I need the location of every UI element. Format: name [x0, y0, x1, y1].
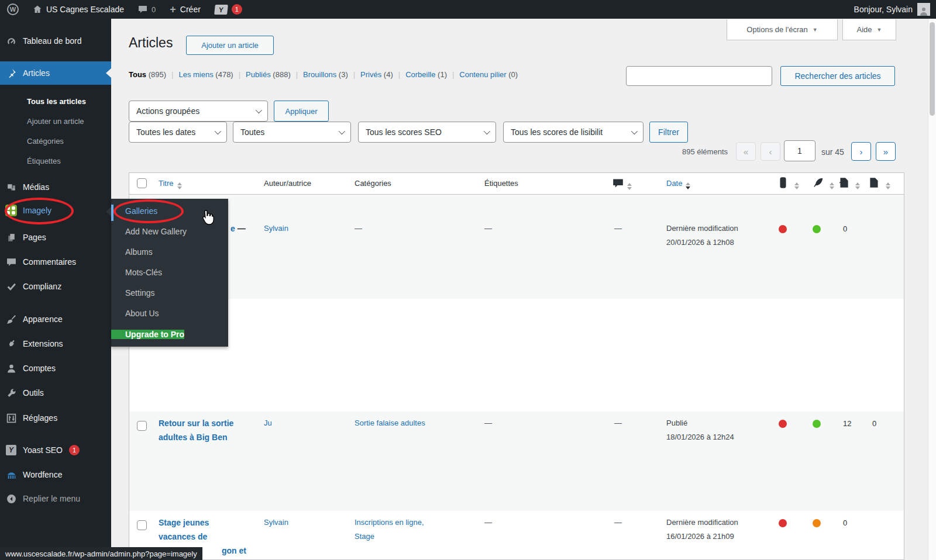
submenu-item-add-post[interactable]: Ajouter un article — [0, 112, 111, 132]
checkmark-icon — [6, 281, 16, 292]
add-post-button[interactable]: Ajouter un article — [186, 36, 274, 55]
row-checkbox[interactable] — [137, 520, 147, 530]
sidebar-item-collapse-menu[interactable]: Replier le menu — [0, 489, 111, 509]
total-pages-label: sur 45 — [821, 147, 844, 157]
submenu-item-tags[interactable]: Étiquettes — [0, 151, 111, 171]
categories-filter-select[interactable]: Toutes — [233, 122, 351, 143]
sidebar-item-imagely[interactable]: Imagely — [0, 201, 111, 220]
screen-options-tab[interactable]: Options de l'écran ▼ — [727, 19, 838, 40]
flyout-item-settings[interactable]: Settings — [111, 283, 228, 303]
readability-scores-filter-select[interactable]: Tous les scores de lisibilit — [503, 122, 644, 143]
flyout-item-upgrade-to-pro[interactable]: Upgrade to Pro — [111, 330, 184, 339]
column-header-incoming-internal-links[interactable] — [869, 177, 890, 190]
submenu-item-all-posts[interactable]: Tous les articles — [0, 92, 111, 112]
sidebar-item-dashboard[interactable]: Tableau de bord — [0, 31, 111, 51]
filter-cornerstone[interactable]: Contenu pilier (0) — [459, 70, 518, 79]
column-header-seo-score[interactable] — [777, 177, 799, 190]
dates-filter-select[interactable]: Toutes les dates — [129, 122, 227, 143]
post-title-link[interactable]: Stage jeunesvacances de — [159, 516, 246, 544]
post-title-link[interactable]: Retour sur la sortie adultes à Big Ben — [159, 416, 240, 444]
post-row: e — Sylvain — — — Dernière modification2… — [129, 195, 904, 299]
chevron-down-icon — [256, 107, 262, 113]
help-tab[interactable]: Aide ▼ — [842, 19, 896, 40]
post-categories[interactable]: Sortie falaise adultes — [355, 416, 425, 430]
post-author-link[interactable]: Ju — [264, 416, 272, 430]
post-author-link[interactable]: Sylvain — [264, 516, 288, 530]
dates-filter-value: Toutes les dates — [136, 127, 195, 137]
column-header-outgoing-internal-links[interactable] — [838, 177, 860, 190]
new-content-menu[interactable]: + Créer — [163, 0, 208, 19]
filter-published[interactable]: Publiés (888) — [246, 70, 303, 79]
post-row: Stage jeunesvacances de gon et Sylvain I… — [129, 511, 904, 560]
chevron-down-icon: ▼ — [813, 27, 818, 33]
flyout-current-bar — [111, 205, 113, 221]
sidebar-item-label: Tableau de bord — [23, 36, 81, 46]
seo-scores-filter-select[interactable]: Tous les scores SEO — [358, 122, 496, 143]
flyout-item-add-new-gallery[interactable]: Add New Gallery — [111, 222, 228, 242]
filter-button[interactable]: Filtrer — [649, 122, 688, 143]
outgoing-links-count: 12 — [843, 419, 851, 428]
filter-all[interactable]: Tous (895) — [129, 70, 178, 79]
flyout-item-albums[interactable]: Albums — [111, 242, 228, 262]
column-header-author: Auteur/autrice — [264, 179, 311, 188]
row-checkbox[interactable] — [137, 421, 147, 431]
search-posts-button[interactable]: Rechercher des articles — [780, 66, 895, 86]
post-title-link-fragment[interactable]: gon et — [222, 544, 246, 558]
sidebar-item-media[interactable]: Médias — [0, 177, 111, 197]
chevron-down-icon: ▼ — [877, 27, 882, 33]
flyout-notch — [106, 207, 111, 216]
last-page-button[interactable]: » — [876, 142, 896, 161]
apply-button[interactable]: Appliquer — [274, 101, 329, 122]
column-header-readability-score[interactable] — [813, 177, 834, 190]
flyout-item-mots-cles[interactable]: Mots-Clés — [111, 262, 228, 283]
account-menu[interactable]: Bonjour, Sylvain — [854, 3, 936, 16]
sidebar-item-wordfence[interactable]: Wordfence — [0, 465, 111, 485]
site-menu[interactable]: US Cagnes Escalade — [26, 0, 131, 19]
column-header-date[interactable]: Date — [666, 179, 690, 189]
sidebar-item-label: Yoast SEO — [23, 445, 63, 455]
paintbrush-icon — [6, 314, 16, 324]
current-page-input[interactable] — [784, 140, 815, 161]
sidebar-item-comments[interactable]: Commentaires — [0, 252, 111, 272]
flyout-item-galleries[interactable]: Galleries — [111, 201, 228, 222]
sidebar-item-plugins[interactable]: Extensions — [0, 334, 111, 354]
post-title-link[interactable]: e — — [230, 222, 246, 236]
comment-bubble-icon — [6, 257, 16, 267]
sidebar-item-label: Apparence — [23, 314, 63, 324]
sidebar-item-articles[interactable]: Articles — [0, 61, 111, 85]
search-input[interactable] — [626, 66, 772, 86]
page-scrollbar[interactable] — [928, 19, 936, 560]
sidebar-item-appearance[interactable]: Apparence — [0, 309, 111, 329]
post-categories[interactable]: Inscriptions en ligne,Stage — [355, 516, 424, 544]
sidebar-item-complianz[interactable]: Complianz — [0, 276, 111, 296]
sidebar-item-tools[interactable]: Outils — [0, 383, 111, 403]
sidebar-item-settings[interactable]: Réglages — [0, 408, 111, 428]
filter-trash[interactable]: Corbeille (1) — [405, 70, 459, 79]
comments-menu[interactable]: 0 — [131, 0, 163, 19]
flyout-item-about-us[interactable]: About Us — [111, 303, 228, 324]
wordpress-logo-icon: W — [7, 4, 19, 15]
scrollbar-thumb[interactable] — [930, 22, 935, 116]
sidebar-item-label: Pages — [23, 233, 46, 242]
post-row: e de Sylvain — — — Dernière modification… — [129, 299, 904, 412]
home-icon — [33, 5, 42, 14]
column-header-comments[interactable] — [612, 178, 632, 191]
avatar — [917, 3, 930, 16]
page-title: Articles — [129, 35, 173, 51]
sidebar-item-yoast-seo[interactable]: Y Yoast SEO 1 — [0, 440, 111, 460]
sidebar-item-pages[interactable]: Pages — [0, 227, 111, 247]
sidebar-item-label: Médias — [23, 182, 49, 192]
next-page-button[interactable]: › — [851, 142, 871, 161]
filter-mine[interactable]: Les miens (478) — [178, 70, 246, 79]
filter-drafts[interactable]: Brouillons (3) — [303, 70, 360, 79]
yoast-admin-menu[interactable]: Y 1 — [208, 0, 249, 19]
column-header-title[interactable]: Titre — [159, 179, 182, 189]
submenu-item-categories[interactable]: Catégories — [0, 132, 111, 151]
sidebar-item-users[interactable]: Comptes — [0, 358, 111, 378]
wp-logo-menu[interactable]: W — [0, 0, 26, 19]
post-author-link[interactable]: Sylvain — [264, 222, 288, 236]
bulk-actions-select[interactable]: Actions groupées — [129, 101, 268, 122]
current-menu-notch — [106, 68, 111, 78]
select-all-checkbox[interactable] — [137, 178, 147, 188]
filter-private[interactable]: Privés (4) — [360, 70, 405, 79]
